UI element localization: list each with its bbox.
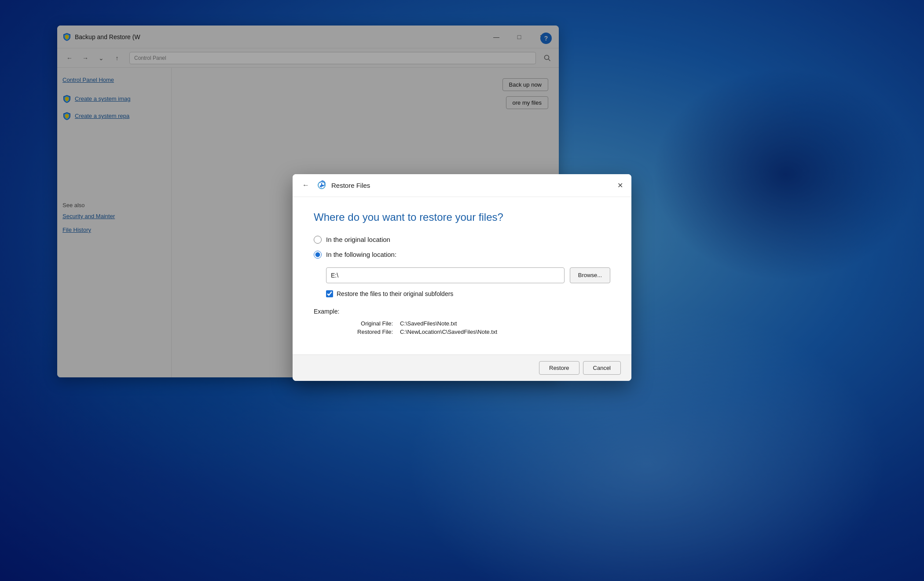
restore-button[interactable]: Restore	[539, 361, 579, 375]
radio-following-location[interactable]: In the following location:	[314, 251, 610, 259]
dialog-title-icon	[316, 180, 327, 190]
original-file-label: Original File:	[340, 320, 393, 327]
dialog-body: Where do you want to restore your files?…	[293, 197, 631, 354]
radio-original-location[interactable]: In the original location	[314, 236, 610, 244]
dialog-titlebar: ← Restore Files ✕	[293, 174, 631, 197]
location-input[interactable]	[326, 267, 565, 283]
dialog-footer: Restore Cancel	[293, 354, 631, 381]
modal-overlay: ← Restore Files ✕ Where do you want to r…	[0, 0, 924, 581]
dialog-back-button[interactable]: ←	[300, 179, 312, 191]
restored-file-row: Restored File: C:\NewLocation\C\SavedFil…	[340, 329, 610, 335]
dialog-close-button[interactable]: ✕	[613, 179, 627, 193]
radio-original-location-label: In the original location	[326, 236, 390, 243]
subfolder-checkbox[interactable]	[326, 290, 333, 297]
original-file-row: Original File: C:\SavedFiles\Note.txt	[340, 320, 610, 327]
radio-following-location-input[interactable]	[314, 251, 322, 259]
restore-files-dialog: ← Restore Files ✕ Where do you want to r…	[293, 174, 631, 381]
location-input-row: Browse...	[326, 267, 610, 283]
example-title: Example:	[314, 308, 610, 315]
subfolder-checkbox-label: Restore the files to their original subf…	[337, 290, 453, 297]
subfolder-checkbox-row: Restore the files to their original subf…	[326, 290, 610, 297]
dialog-title-text: Restore Files	[331, 182, 370, 189]
browse-button[interactable]: Browse...	[570, 267, 610, 283]
original-file-value: C:\SavedFiles\Note.txt	[400, 320, 457, 327]
example-section: Example: Original File: C:\SavedFiles\No…	[314, 308, 610, 335]
radio-following-location-label: In the following location:	[326, 251, 396, 258]
cancel-button[interactable]: Cancel	[583, 361, 621, 375]
radio-original-location-input[interactable]	[314, 236, 322, 244]
dialog-heading: Where do you want to restore your files?	[314, 211, 610, 223]
location-radio-group: In the original location In the followin…	[314, 236, 610, 259]
example-table: Original File: C:\SavedFiles\Note.txt Re…	[340, 320, 610, 335]
restored-file-label: Restored File:	[340, 329, 393, 335]
restored-file-value: C:\NewLocation\C\SavedFiles\Note.txt	[400, 329, 497, 335]
